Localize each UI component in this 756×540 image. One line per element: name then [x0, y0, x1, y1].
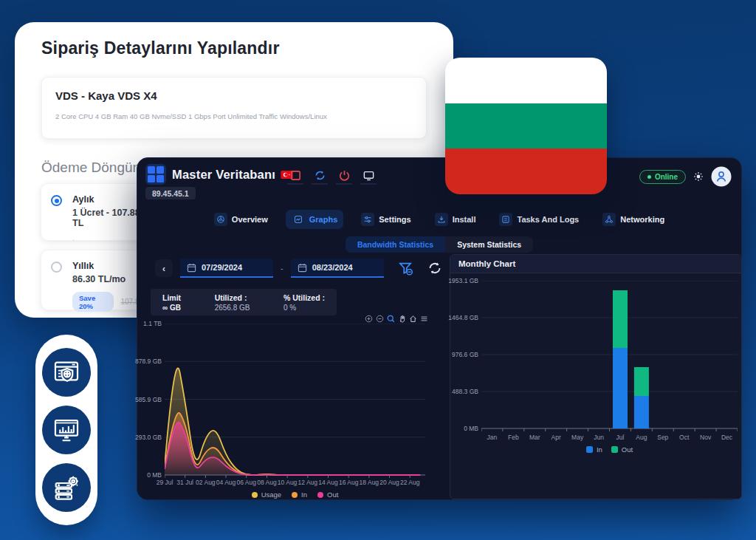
stat-limit: Limit∞ GB — [162, 293, 181, 312]
y-tick-label: 976.6 GB — [452, 351, 478, 358]
product-card[interactable]: VDS - Kaya VDS X4 2 Core CPU 4 GB Ram 40… — [41, 77, 427, 139]
product-specs: 2 Core CPU 4 GB Ram 40 GB Nvme/SSD 1 Gbp… — [55, 112, 327, 120]
date-to-input[interactable]: 08/23/2024 — [291, 259, 384, 278]
legend-out[interactable]: Out — [611, 445, 633, 454]
browser-security-icon — [42, 348, 91, 397]
x-tick-label: May — [571, 434, 583, 441]
stat-utilized: Utilized :2656.8 GB — [215, 293, 250, 312]
legend-out[interactable]: Out — [317, 491, 338, 499]
legend-in[interactable]: In — [586, 445, 602, 454]
overview-icon — [214, 213, 227, 226]
date-separator: - — [281, 264, 284, 273]
date-from-value: 07/29/2024 — [202, 263, 242, 272]
y-tick-label: 293.0 GB — [135, 434, 162, 441]
back-button[interactable]: ‹ — [155, 259, 173, 277]
server-ip: 89.45.45.1 — [145, 187, 196, 199]
monthly-chart-panel: Monthly Chart 1953.1 GB1464.8 GB976.6 GB… — [450, 254, 742, 499]
y-tick-label: 585.9 GB — [135, 396, 162, 403]
y-tick-label: 0 MB — [464, 425, 478, 432]
networking-icon — [602, 213, 616, 226]
x-tick-label: 14 Aug — [318, 479, 337, 486]
tab-graphs[interactable]: Graphs — [286, 210, 344, 229]
server-settings-icon — [42, 463, 91, 512]
flag-stripe — [445, 148, 607, 194]
filter-off-icon[interactable] — [397, 260, 413, 276]
date-to-value: 08/23/2024 — [312, 263, 353, 272]
x-tick-label: 18 Aug — [360, 479, 379, 486]
menu-icon[interactable] — [420, 315, 428, 323]
legend-swatch-icon — [586, 446, 593, 453]
x-tick-label: 06 Aug — [236, 479, 255, 486]
zoom-out-icon[interactable] — [376, 315, 384, 323]
dashboard-nav-tabs: OverviewGraphsSettingsInstallTasks And L… — [137, 210, 741, 229]
x-tick-label: Oct — [679, 434, 689, 441]
billing-option-note: . — [72, 234, 143, 242]
avatar[interactable] — [711, 166, 732, 187]
x-tick-label: 12 Aug — [298, 479, 317, 486]
x-tick-label: Jan — [487, 434, 498, 441]
feature-icons-pill — [35, 335, 97, 525]
x-tick-label: 31 Jul — [176, 479, 193, 486]
monthly-bar-chart — [481, 281, 738, 433]
x-tick-label: 10 Aug — [278, 479, 297, 486]
tab-install[interactable]: Install — [429, 210, 482, 229]
legend-in[interactable]: In — [292, 491, 307, 499]
pan-icon[interactable] — [398, 315, 406, 323]
legend-usage[interactable]: Usage — [252, 491, 281, 499]
status-label: Online — [655, 173, 678, 181]
bandwidth-stats-row: Limit∞ GBUtilized :2656.8 GB% Utilized :… — [151, 289, 337, 315]
screenshot-icon[interactable] — [287, 168, 303, 185]
x-tick-label: 02 Aug — [196, 479, 215, 486]
x-tick-label: Nov — [700, 434, 711, 441]
power-icon[interactable] — [336, 168, 352, 185]
x-tick-label: 16 Aug — [339, 479, 358, 486]
billing-option-label: Yıllık — [72, 261, 143, 271]
x-tick-label: Mar — [529, 434, 540, 441]
x-tick-label: 20 Aug — [379, 479, 399, 486]
page: Sipariş Detaylarını Yapılandır VDS - Kay… — [0, 0, 756, 540]
area-chart-x-axis: 29 Jul31 Jul02 Aug04 Aug06 Aug08 Aug10 A… — [165, 479, 425, 488]
y-tick-label: 0 MB — [147, 471, 162, 479]
radio-unselected-icon[interactable] — [51, 262, 62, 273]
product-name: VDS - Kaya VDS X4 — [55, 89, 157, 102]
billing-option-price: 86.30 TL/mo — [72, 274, 143, 284]
stat-utilized: % Utilized :0 % — [284, 293, 325, 312]
selection-zoom-icon[interactable] — [387, 315, 395, 323]
area-chart-y-axis: 1.1 TB878.9 GB585.9 GB293.0 GB0 MB — [137, 324, 162, 475]
area-chart-legend: UsageInOut — [165, 491, 425, 499]
legend-dot-icon — [252, 492, 258, 498]
header-action-buttons — [287, 168, 377, 185]
y-tick-label: 1.1 TB — [143, 320, 162, 327]
legend-swatch-icon — [611, 446, 618, 453]
tab-settings[interactable]: Settings — [355, 210, 416, 229]
y-tick-label: 1464.8 GB — [448, 314, 478, 321]
subtab-system-statistics[interactable]: System Statistics — [445, 236, 533, 253]
x-tick-label: Aug — [636, 434, 647, 441]
home-icon[interactable] — [409, 315, 417, 323]
tab-overview[interactable]: Overview — [208, 210, 274, 229]
x-tick-label: 22 Aug — [400, 479, 419, 486]
y-tick-label: 878.9 GB — [135, 358, 162, 365]
tab-networking[interactable]: Networking — [597, 210, 670, 229]
x-tick-label: 08 Aug — [257, 479, 276, 486]
legend-dot-icon — [292, 492, 298, 498]
billing-option-label: Aylık — [72, 194, 143, 205]
billing-option-price: 1 Ücret - 107.88 TL — [72, 208, 143, 228]
radio-selected-icon[interactable] — [51, 195, 62, 206]
zoom-in-icon[interactable] — [365, 315, 373, 323]
bar-chart-y-axis: 1953.1 GB1464.8 GB976.6 GB488.3 GB0 MB — [450, 281, 478, 428]
sync-icon[interactable] — [312, 168, 328, 185]
chart-toolbar — [372, 315, 428, 323]
console-icon[interactable] — [360, 168, 377, 185]
online-dot-icon — [647, 175, 651, 179]
monthly-chart-title: Monthly Chart — [450, 255, 741, 273]
theme-toggle-icon[interactable] — [693, 171, 704, 182]
date-from-input[interactable]: 07/29/2024 — [180, 259, 273, 278]
subtab-bandwidth-statistics[interactable]: Bandwidth Statistics — [346, 236, 445, 253]
date-range-controls: ‹ 07/29/2024 - 08/23/2024 — [155, 259, 443, 278]
refresh-icon[interactable] — [427, 260, 443, 276]
legend-dot-icon — [317, 492, 323, 498]
x-tick-label: 29 Jul — [157, 479, 173, 486]
tab-tasks-and-logs[interactable]: Tasks And Logs — [493, 210, 585, 229]
bulgaria-flag-card — [445, 58, 607, 194]
